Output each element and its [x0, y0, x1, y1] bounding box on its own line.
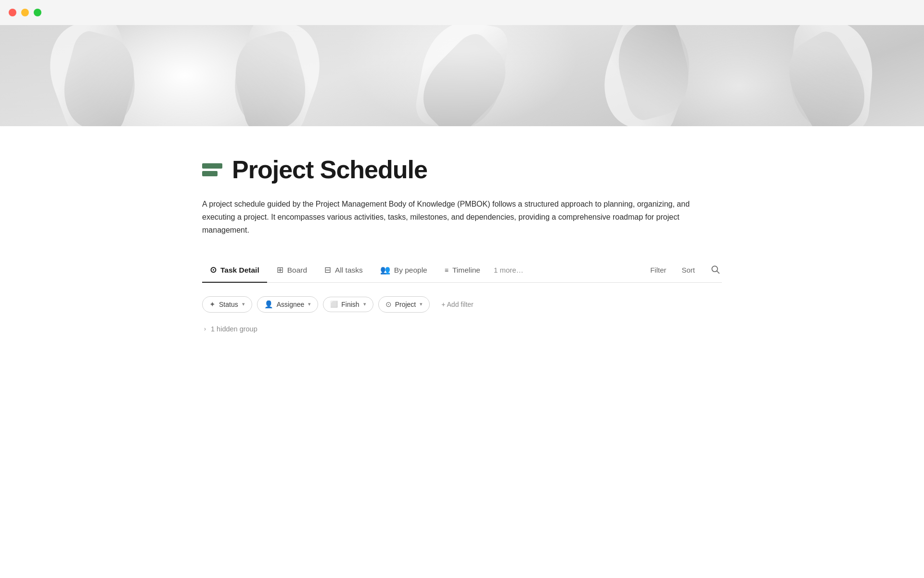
filters-row: ✦ Status ▾ 👤 Assignee ▾ ⬜ Finish ▾ ⊙ Pro…: [202, 296, 722, 313]
page-icon-bar-2: [202, 171, 218, 176]
page-description: A project schedule guided by the Project…: [202, 197, 722, 237]
filter-status-label: Status: [219, 301, 238, 308]
project-chevron-icon: ▾: [420, 301, 423, 307]
minimize-button[interactable]: [21, 9, 29, 16]
hidden-group-label: 1 hidden group: [211, 325, 257, 333]
tabs-row: ⊙ Task Detail ⊞ Board ⊟ All tasks 👥 By p…: [202, 260, 722, 282]
filter-assignee-label: Assignee: [277, 301, 305, 308]
cover-decoration-4: [579, 25, 714, 126]
hidden-group-row[interactable]: › 1 hidden group: [202, 322, 722, 336]
close-button[interactable]: [9, 9, 16, 16]
finish-chevron-icon: ▾: [363, 301, 366, 307]
board-icon: ⊞: [277, 266, 283, 274]
people-icon: 👥: [380, 266, 390, 274]
filter-project[interactable]: ⊙ Project ▾: [378, 296, 430, 313]
page-icon: [202, 163, 222, 176]
project-icon: ⊙: [385, 300, 392, 309]
tab-all-tasks-label: All tasks: [335, 266, 363, 275]
tab-board[interactable]: ⊞ Board: [269, 260, 315, 282]
tab-by-people[interactable]: 👥 By people: [372, 260, 435, 282]
assignee-chevron-icon: ▾: [308, 301, 311, 307]
filter-finish[interactable]: ⬜ Finish ▾: [323, 297, 373, 312]
add-filter-button[interactable]: + Add filter: [435, 297, 480, 312]
search-button[interactable]: [708, 262, 722, 278]
cover-image: [0, 25, 924, 126]
tab-timeline-label: Timeline: [452, 266, 480, 275]
status-chevron-icon: ▾: [242, 301, 245, 307]
tab-board-label: Board: [287, 266, 307, 275]
tabs-section: ⊙ Task Detail ⊞ Board ⊟ All tasks 👥 By p…: [202, 260, 722, 283]
cover-decoration-1: [25, 25, 160, 126]
tab-task-detail-label: Task Detail: [220, 266, 259, 275]
filter-button[interactable]: Filter: [648, 263, 668, 277]
page-title: Project Schedule: [232, 155, 427, 184]
tab-more[interactable]: 1 more…: [490, 260, 531, 282]
filter-status[interactable]: ✦ Status ▾: [202, 296, 252, 313]
cover-decoration-2: [210, 25, 345, 126]
tabs-actions: Filter Sort: [648, 262, 722, 280]
filter-project-label: Project: [395, 301, 416, 308]
target-icon: ⊙: [210, 266, 217, 274]
cover-decoration-5: [749, 25, 914, 126]
search-icon: [710, 264, 720, 274]
chevron-right-icon: ›: [204, 326, 206, 332]
tab-task-detail[interactable]: ⊙ Task Detail: [202, 260, 267, 282]
main-content: Project Schedule A project schedule guid…: [125, 126, 799, 355]
status-icon: ✦: [209, 300, 216, 309]
assignee-icon: 👤: [264, 300, 273, 309]
tab-timeline[interactable]: ≡ Timeline: [437, 260, 488, 282]
page-title-section: Project Schedule: [202, 155, 722, 184]
titlebar: [0, 0, 924, 25]
svg-line-1: [717, 271, 719, 274]
tab-by-people-label: By people: [394, 266, 427, 275]
sort-button[interactable]: Sort: [680, 263, 697, 277]
tab-items: ⊙ Task Detail ⊞ Board ⊟ All tasks 👥 By p…: [202, 260, 648, 282]
page-icon-bar-1: [202, 163, 222, 169]
finish-icon: ⬜: [330, 301, 338, 308]
cover-decoration-3: [370, 25, 554, 126]
filter-finish-label: Finish: [341, 301, 359, 308]
table-icon: ⊟: [324, 266, 331, 274]
timeline-icon: ≡: [445, 267, 449, 274]
tab-all-tasks[interactable]: ⊟ All tasks: [317, 260, 371, 282]
filter-assignee[interactable]: 👤 Assignee ▾: [257, 296, 319, 313]
fullscreen-button[interactable]: [34, 9, 41, 16]
